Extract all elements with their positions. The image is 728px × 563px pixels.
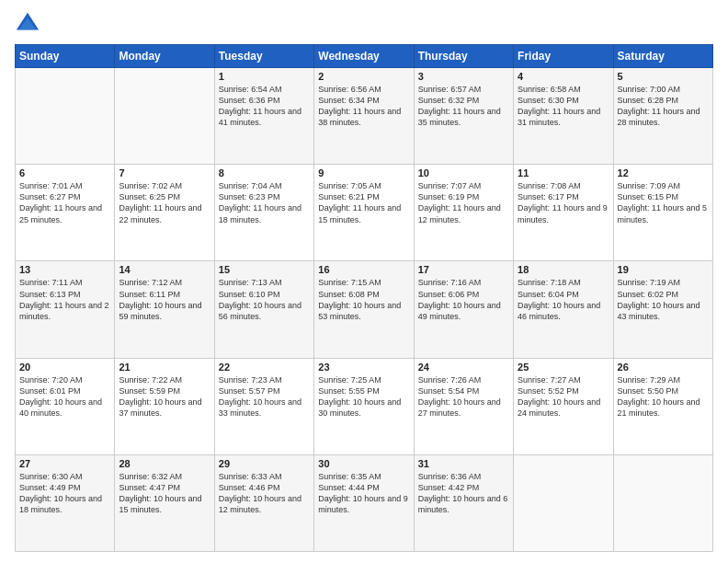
cell-content: Sunrise: 7:07 AMSunset: 6:19 PMDaylight:…: [418, 180, 509, 225]
calendar-cell: 24Sunrise: 7:26 AMSunset: 5:54 PMDayligh…: [414, 358, 513, 454]
calendar-cell: 11Sunrise: 7:08 AMSunset: 6:17 PMDayligh…: [514, 165, 613, 261]
calendar-cell: 7Sunrise: 7:02 AMSunset: 6:25 PMDaylight…: [115, 165, 214, 261]
day-number: 12: [618, 167, 709, 178]
cell-content: Sunrise: 7:13 AMSunset: 6:10 PMDaylight:…: [219, 277, 310, 322]
day-number: 23: [318, 362, 409, 373]
calendar-cell: 20Sunrise: 7:20 AMSunset: 6:01 PMDayligh…: [16, 358, 115, 454]
cell-content: Sunrise: 6:35 AMSunset: 4:44 PMDaylight:…: [318, 471, 409, 516]
calendar-cell: 1Sunrise: 6:54 AMSunset: 6:36 PMDaylight…: [214, 68, 313, 165]
week-row-5: 27Sunrise: 6:30 AMSunset: 4:49 PMDayligh…: [16, 454, 713, 551]
day-number: 8: [219, 167, 310, 178]
cell-content: Sunrise: 7:04 AMSunset: 6:23 PMDaylight:…: [219, 180, 310, 225]
cell-content: Sunrise: 7:19 AMSunset: 6:02 PMDaylight:…: [618, 277, 709, 322]
calendar-cell: 26Sunrise: 7:29 AMSunset: 5:50 PMDayligh…: [613, 358, 712, 454]
day-number: 9: [318, 167, 409, 178]
page: SundayMondayTuesdayWednesdayThursdayFrid…: [0, 0, 728, 563]
day-number: 26: [618, 362, 709, 373]
col-header-friday: Friday: [514, 45, 613, 68]
week-row-1: 1Sunrise: 6:54 AMSunset: 6:36 PMDaylight…: [16, 68, 713, 165]
calendar-cell: 19Sunrise: 7:19 AMSunset: 6:02 PMDayligh…: [613, 261, 712, 358]
day-number: 19: [618, 264, 709, 275]
cell-content: Sunrise: 7:01 AMSunset: 6:27 PMDaylight:…: [19, 180, 110, 225]
logo-icon: [15, 11, 40, 37]
col-header-saturday: Saturday: [613, 45, 712, 68]
cell-content: Sunrise: 7:00 AMSunset: 6:28 PMDaylight:…: [618, 84, 709, 129]
col-header-thursday: Thursday: [414, 45, 513, 68]
calendar-cell: 16Sunrise: 7:15 AMSunset: 6:08 PMDayligh…: [314, 261, 414, 358]
week-row-4: 20Sunrise: 7:20 AMSunset: 6:01 PMDayligh…: [16, 358, 713, 454]
calendar-cell: 15Sunrise: 7:13 AMSunset: 6:10 PMDayligh…: [214, 261, 313, 358]
day-number: 28: [119, 458, 210, 469]
calendar-cell: 31Sunrise: 6:36 AMSunset: 4:42 PMDayligh…: [414, 454, 513, 551]
calendar-body: 1Sunrise: 6:54 AMSunset: 6:36 PMDaylight…: [16, 68, 713, 552]
day-number: 10: [418, 167, 509, 178]
day-number: 21: [119, 362, 210, 373]
calendar-cell: 3Sunrise: 6:57 AMSunset: 6:32 PMDaylight…: [414, 68, 513, 165]
calendar-cell: 29Sunrise: 6:33 AMSunset: 4:46 PMDayligh…: [214, 454, 313, 551]
cell-content: Sunrise: 7:22 AMSunset: 5:59 PMDaylight:…: [119, 374, 210, 419]
calendar-cell: 17Sunrise: 7:16 AMSunset: 6:06 PMDayligh…: [414, 261, 513, 358]
cell-content: Sunrise: 6:33 AMSunset: 4:46 PMDaylight:…: [219, 471, 310, 516]
calendar-cell: [514, 454, 613, 551]
calendar-table: SundayMondayTuesdayWednesdayThursdayFrid…: [15, 44, 713, 552]
calendar-cell: [115, 68, 214, 165]
cell-content: Sunrise: 6:32 AMSunset: 4:47 PMDaylight:…: [119, 471, 210, 516]
cell-content: Sunrise: 6:56 AMSunset: 6:34 PMDaylight:…: [318, 84, 409, 129]
calendar-cell: 9Sunrise: 7:05 AMSunset: 6:21 PMDaylight…: [314, 165, 414, 261]
calendar-cell: 4Sunrise: 6:58 AMSunset: 6:30 PMDaylight…: [514, 68, 613, 165]
cell-content: Sunrise: 7:25 AMSunset: 5:55 PMDaylight:…: [318, 374, 409, 419]
day-number: 13: [19, 264, 110, 275]
calendar-cell: 27Sunrise: 6:30 AMSunset: 4:49 PMDayligh…: [16, 454, 115, 551]
day-number: 4: [518, 71, 609, 82]
day-number: 15: [219, 264, 310, 275]
calendar-cell: 25Sunrise: 7:27 AMSunset: 5:52 PMDayligh…: [514, 358, 613, 454]
col-header-wednesday: Wednesday: [314, 45, 414, 68]
week-row-2: 6Sunrise: 7:01 AMSunset: 6:27 PMDaylight…: [16, 165, 713, 261]
day-number: 1: [219, 71, 310, 82]
col-header-sunday: Sunday: [16, 45, 115, 68]
day-number: 18: [518, 264, 609, 275]
cell-content: Sunrise: 7:15 AMSunset: 6:08 PMDaylight:…: [318, 277, 409, 322]
cell-content: Sunrise: 6:54 AMSunset: 6:36 PMDaylight:…: [219, 84, 310, 129]
cell-content: Sunrise: 6:36 AMSunset: 4:42 PMDaylight:…: [418, 471, 509, 516]
cell-content: Sunrise: 7:26 AMSunset: 5:54 PMDaylight:…: [418, 374, 509, 419]
day-number: 2: [318, 71, 409, 82]
calendar-cell: 6Sunrise: 7:01 AMSunset: 6:27 PMDaylight…: [16, 165, 115, 261]
cell-content: Sunrise: 7:05 AMSunset: 6:21 PMDaylight:…: [318, 180, 409, 225]
calendar-cell: 22Sunrise: 7:23 AMSunset: 5:57 PMDayligh…: [214, 358, 313, 454]
day-number: 31: [418, 458, 509, 469]
day-number: 22: [219, 362, 310, 373]
calendar-cell: 18Sunrise: 7:18 AMSunset: 6:04 PMDayligh…: [514, 261, 613, 358]
day-number: 7: [119, 167, 210, 178]
cell-content: Sunrise: 7:23 AMSunset: 5:57 PMDaylight:…: [219, 374, 310, 419]
calendar-cell: [613, 454, 712, 551]
cell-content: Sunrise: 7:29 AMSunset: 5:50 PMDaylight:…: [618, 374, 709, 419]
cell-content: Sunrise: 7:11 AMSunset: 6:13 PMDaylight:…: [19, 277, 110, 322]
calendar-cell: 10Sunrise: 7:07 AMSunset: 6:19 PMDayligh…: [414, 165, 513, 261]
day-number: 20: [19, 362, 110, 373]
calendar-cell: 2Sunrise: 6:56 AMSunset: 6:34 PMDaylight…: [314, 68, 414, 165]
day-number: 27: [19, 458, 110, 469]
cell-content: Sunrise: 7:12 AMSunset: 6:11 PMDaylight:…: [119, 277, 210, 322]
cell-content: Sunrise: 6:57 AMSunset: 6:32 PMDaylight:…: [418, 84, 509, 129]
day-number: 30: [318, 458, 409, 469]
day-number: 16: [318, 264, 409, 275]
day-number: 14: [119, 264, 210, 275]
calendar-cell: 30Sunrise: 6:35 AMSunset: 4:44 PMDayligh…: [314, 454, 414, 551]
cell-content: Sunrise: 6:58 AMSunset: 6:30 PMDaylight:…: [518, 84, 609, 129]
calendar-cell: 5Sunrise: 7:00 AMSunset: 6:28 PMDaylight…: [613, 68, 712, 165]
day-number: 25: [518, 362, 609, 373]
cell-content: Sunrise: 7:27 AMSunset: 5:52 PMDaylight:…: [518, 374, 609, 419]
day-number: 5: [618, 71, 709, 82]
calendar-cell: 13Sunrise: 7:11 AMSunset: 6:13 PMDayligh…: [16, 261, 115, 358]
calendar-cell: 28Sunrise: 6:32 AMSunset: 4:47 PMDayligh…: [115, 454, 214, 551]
calendar-cell: 14Sunrise: 7:12 AMSunset: 6:11 PMDayligh…: [115, 261, 214, 358]
col-header-tuesday: Tuesday: [214, 45, 313, 68]
calendar-cell: 21Sunrise: 7:22 AMSunset: 5:59 PMDayligh…: [115, 358, 214, 454]
day-number: 24: [418, 362, 509, 373]
day-number: 6: [19, 167, 110, 178]
cell-content: Sunrise: 7:08 AMSunset: 6:17 PMDaylight:…: [518, 180, 609, 225]
cell-content: Sunrise: 6:30 AMSunset: 4:49 PMDaylight:…: [19, 471, 110, 516]
logo: [15, 11, 44, 37]
header: [15, 11, 713, 37]
